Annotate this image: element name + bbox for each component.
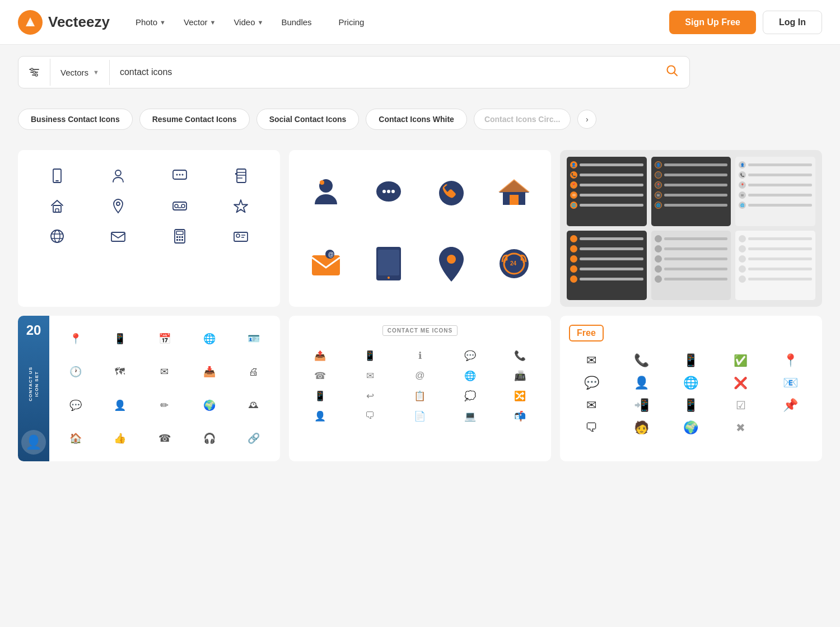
speech-bubble-icon	[369, 174, 408, 213]
search-input[interactable]	[110, 59, 655, 85]
logo-icon	[18, 10, 43, 35]
card4-sidebar-label: CONTACT USICON SET	[27, 367, 40, 401]
category-chevron-icon: ▼	[93, 69, 99, 76]
star-icon	[231, 196, 251, 216]
nav-video[interactable]: Video ▼	[226, 13, 271, 31]
card-20-contact-icons[interactable]: 20 CONTACT USICON SET 👤 📍 📱 📅 🌐 🪪 🕐 🗺 ✉ …	[18, 316, 280, 461]
filter-button[interactable]	[18, 59, 50, 86]
svg-rect-37	[176, 239, 178, 241]
support-person-icon	[306, 174, 346, 213]
location-pin-icon	[108, 196, 128, 216]
filter-tag-social[interactable]: Social Contact Icons	[256, 109, 360, 130]
si-person2: 👤	[112, 397, 128, 413]
fc-x-circle2: ✖	[732, 419, 750, 437]
logo[interactable]: Vecteezy	[18, 10, 110, 35]
nav-pricing-label: Pricing	[339, 17, 365, 27]
nav-photo-label: Photo	[136, 17, 157, 27]
nav-vector[interactable]: Vector ▼	[176, 13, 223, 31]
category-label: Vectors	[60, 68, 88, 77]
si-chat2: 💬	[68, 397, 83, 413]
svg-point-47	[382, 190, 386, 193]
cmi-at: @	[413, 368, 427, 383]
free-badge-area: Free	[569, 325, 813, 346]
login-button[interactable]: Log In	[763, 11, 822, 34]
voicemail-icon	[170, 196, 190, 216]
signup-button[interactable]: Sign Up Free	[669, 11, 756, 34]
fc-mobile-solid: 📱	[682, 396, 700, 414]
si-location: 📍	[68, 331, 83, 347]
svg-rect-36	[181, 236, 183, 238]
card3-grid: 👤 📞 📍 ✉	[560, 150, 822, 307]
contact-block-dark-3	[567, 231, 647, 300]
email-envelope-icon: @	[306, 244, 346, 283]
svg-point-41	[236, 234, 240, 237]
svg-rect-35	[179, 236, 180, 238]
telephone-icon	[432, 174, 471, 213]
nav-pricing[interactable]: Pricing	[331, 13, 372, 31]
svg-rect-33	[176, 231, 183, 235]
filter-tag-resume[interactable]: Resume Contact Icons	[139, 109, 250, 130]
fc-pin-solid: 📍	[782, 352, 800, 369]
contact-block-light-2	[651, 231, 731, 300]
svg-point-27	[51, 230, 63, 242]
svg-point-25	[181, 204, 185, 208]
fc-mail-solid2: 📧	[782, 374, 800, 392]
fc-mail-outline: ✉	[582, 396, 600, 414]
svg-point-49	[391, 190, 395, 193]
cmi-tab-forward: 📤	[313, 348, 328, 363]
filter-next-button[interactable]: ›	[577, 110, 596, 129]
category-selector[interactable]: Vectors ▼	[50, 60, 110, 85]
card4-sidebar: 20 CONTACT USICON SET 👤	[18, 316, 49, 461]
nav-vector-label: Vector	[184, 17, 208, 27]
card4-layout: 20 CONTACT USICON SET 👤 📍 📱 📅 🌐 🪪 🕐 🗺 ✉ …	[18, 316, 280, 461]
svg-text:24: 24	[510, 260, 517, 266]
cmi-phone: 📱	[363, 348, 377, 363]
card-business-contact-icons[interactable]	[18, 150, 280, 307]
card1-icons-grid	[18, 150, 280, 262]
filter-tag-white[interactable]: Contact Icons White	[366, 109, 467, 130]
card-flat-contact-icons[interactable]: @	[289, 150, 551, 307]
contact-block-dark-2: 👤 📞 📍 ✉	[651, 157, 731, 226]
search-icon	[666, 64, 678, 77]
nav-bundles-label: Bundles	[281, 17, 311, 27]
fc-pin-solid2: 📌	[782, 396, 800, 414]
cmi-globe4: 🌐	[463, 368, 477, 383]
nav-photo[interactable]: Photo ▼	[128, 13, 174, 31]
person-icon	[108, 166, 128, 186]
filter-icon	[29, 67, 40, 78]
cmi-laptop: 💻	[463, 409, 477, 423]
svg-rect-19	[235, 173, 237, 175]
si-globe2: 🌐	[202, 331, 217, 347]
svg-line-7	[674, 73, 678, 76]
card5-header-badge: Contact Me Icons	[382, 325, 458, 336]
globe-icon	[47, 226, 67, 246]
card-contact-me-icons[interactable]: Contact Me Icons 📤 📱 ℹ 💬 📞 ☎ ✉ @ 🌐 📠 📱 ↩…	[289, 316, 551, 461]
card2-icons-grid: @	[289, 150, 551, 307]
svg-point-12	[176, 174, 178, 176]
svg-point-5	[35, 74, 38, 76]
si-calendar: 📅	[157, 331, 172, 347]
cmi-forward: ↩	[363, 389, 377, 403]
headset-24h-icon: 24	[494, 244, 534, 283]
contact-block-dark-1: 👤 📞 📍 ✉	[567, 157, 647, 226]
si-like: 👍	[112, 431, 128, 446]
card-free-contact-icons[interactable]: Free ✉ 📞 📱 ✅ 📍 💬 👤 🌐 ❌ 📧 ✉ 📲	[560, 316, 822, 461]
cmi-fax: 📠	[512, 368, 527, 383]
svg-rect-31	[111, 232, 125, 241]
tablet-icon	[372, 244, 405, 283]
svg-point-3	[31, 68, 33, 71]
filter-tag-business[interactable]: Business Contact Icons	[18, 109, 133, 130]
search-bar: Vectors ▼	[18, 56, 690, 88]
fc-phone-ring: 📲	[632, 396, 650, 414]
search-submit-button[interactable]	[655, 57, 689, 88]
cmi-call: 📞	[512, 348, 527, 363]
nav-bundles[interactable]: Bundles	[273, 13, 319, 31]
svg-rect-59	[378, 250, 399, 275]
fc-check-filled: ☑	[732, 396, 750, 414]
si-support2: 🎧	[202, 431, 217, 446]
chat-icon	[170, 166, 190, 186]
contact-block-light-3	[735, 231, 815, 300]
card-contact-icons-white[interactable]: 👤 📞 📍 ✉	[560, 150, 822, 307]
home-icon	[47, 196, 67, 216]
filter-tag-circ[interactable]: Contact Icons Circ...	[474, 109, 571, 130]
